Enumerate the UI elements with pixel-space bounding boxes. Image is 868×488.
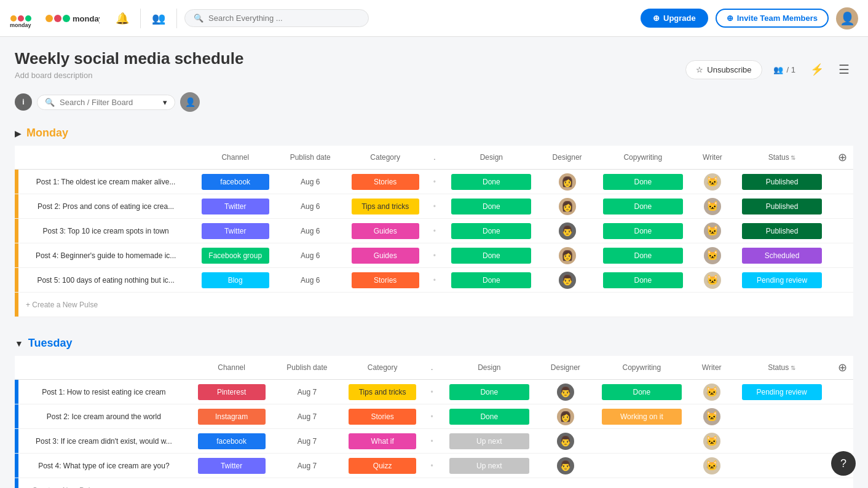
channel-chip[interactable]: facebook [202, 174, 269, 190]
design-cell[interactable]: Up next [439, 454, 539, 478]
category-cell[interactable]: Stories [340, 404, 425, 429]
publish-date-cell[interactable]: Aug 6 [277, 194, 343, 219]
copywriting-cell[interactable]: Working on it [591, 404, 692, 429]
status-cell[interactable]: Pending review [732, 380, 832, 404]
copywriting-cell[interactable]: Done [593, 268, 693, 293]
category-chip[interactable]: What if [349, 433, 416, 449]
channel-chip[interactable]: Blog [202, 272, 269, 288]
category-chip[interactable]: Tips and tricks [352, 199, 419, 214]
status-chip[interactable]: Pending review [742, 384, 822, 400]
category-chip[interactable]: Stories [352, 272, 419, 288]
add-column-icon[interactable]: ⊕ [838, 361, 847, 374]
design-cell[interactable]: Done [441, 170, 541, 194]
channel-cell[interactable]: Twitter [193, 194, 277, 219]
brand-logo[interactable]: monday [44, 9, 100, 28]
status-cell[interactable]: Scheduled [732, 243, 832, 268]
channel-chip[interactable]: Pinterest [198, 384, 266, 400]
info-button[interactable]: i [15, 93, 32, 111]
copywriting-cell[interactable]: Done [593, 170, 693, 194]
category-cell[interactable]: Guides [343, 243, 427, 268]
design-status-chip[interactable]: Done [449, 409, 529, 425]
channel-cell[interactable]: Facebook group [193, 243, 277, 268]
members-button[interactable]: 👥 / 1 [770, 61, 799, 78]
design-status-chip[interactable]: Up next [449, 458, 529, 474]
design-cell[interactable]: Done [439, 404, 539, 429]
status-chip[interactable]: Scheduled [742, 248, 822, 264]
category-chip[interactable]: Guides [352, 223, 419, 239]
publish-date-cell[interactable]: Aug 7 [274, 404, 341, 429]
status-sort-icon[interactable]: ⇅ [789, 154, 796, 161]
global-search-bar[interactable]: 🔍 [184, 9, 369, 27]
category-cell[interactable]: Guides [343, 219, 427, 243]
category-cell[interactable]: Stories [343, 170, 427, 194]
post-title[interactable]: Post 4: Beginner's guide to homemade ic.… [18, 243, 193, 268]
channel-chip[interactable]: Twitter [198, 458, 266, 474]
category-chip[interactable]: Guides [352, 248, 419, 264]
team-button[interactable]: 👥 [148, 8, 169, 29]
channel-cell[interactable]: Blog [193, 268, 277, 293]
status-cell[interactable] [732, 404, 832, 429]
status-chip[interactable]: Pending review [742, 272, 822, 288]
category-chip[interactable]: Stories [352, 174, 419, 190]
add-column-icon[interactable]: ⊕ [838, 151, 847, 163]
category-cell[interactable]: Tips and tricks [343, 194, 427, 219]
design-cell[interactable]: Done [441, 268, 541, 293]
status-cell[interactable]: Published [732, 170, 832, 194]
post-title[interactable]: Post 5: 100 days of eating nothing but i… [18, 268, 193, 293]
publish-date-cell[interactable]: Aug 7 [274, 454, 341, 478]
status-chip[interactable]: Published [742, 199, 822, 214]
category-chip[interactable]: Tips and tricks [349, 384, 416, 400]
design-status-chip[interactable]: Done [451, 223, 531, 239]
status-cell[interactable]: Published [732, 219, 832, 243]
design-cell[interactable]: Done [441, 194, 541, 219]
copywriting-cell[interactable]: Done [591, 380, 692, 404]
design-status-chip[interactable]: Done [449, 384, 529, 400]
channel-cell[interactable]: Twitter [189, 454, 274, 478]
design-status-chip[interactable]: Done [451, 174, 531, 190]
channel-cell[interactable]: Instagram [189, 404, 274, 429]
group-toggle-monday[interactable]: ▶ [15, 128, 22, 138]
channel-cell[interactable]: facebook [189, 429, 274, 454]
board-menu-button[interactable]: ☰ [835, 58, 853, 81]
post-title[interactable]: Post 3: Top 10 ice cream spots in town [18, 219, 193, 243]
copywriting-cell[interactable]: Done [593, 243, 693, 268]
design-cell[interactable]: Done [441, 219, 541, 243]
group-title-monday[interactable]: Monday [26, 127, 68, 140]
post-title[interactable]: Post 1: How to resist eating ice cream [18, 380, 189, 404]
status-cell[interactable] [732, 429, 832, 454]
post-title[interactable]: Post 2: Pros and cons of eating ice crea… [18, 194, 193, 219]
create-pulse-cell[interactable]: + Create a New Pulse [18, 293, 853, 317]
filter-dropdown-icon[interactable]: ▾ [163, 98, 167, 107]
add-column-header[interactable]: ⊕ [832, 146, 853, 170]
publish-date-cell[interactable]: Aug 6 [277, 268, 343, 293]
design-status-chip[interactable]: Done [451, 272, 531, 288]
design-status-chip[interactable]: Done [451, 248, 531, 264]
help-button[interactable]: ? [831, 451, 856, 476]
design-cell[interactable]: Done [439, 380, 539, 404]
status-cell[interactable] [732, 454, 832, 478]
status-sort-icon[interactable]: ⇅ [789, 364, 795, 371]
copywriting-cell[interactable]: Done [593, 219, 693, 243]
copywriting-status-chip[interactable]: Done [603, 248, 683, 264]
publish-date-cell[interactable]: Aug 6 [277, 219, 343, 243]
publish-date-cell[interactable]: Aug 7 [274, 380, 341, 404]
copywriting-cell[interactable] [591, 429, 692, 454]
logo[interactable]: monday [10, 7, 32, 30]
category-chip[interactable]: Quizz [349, 458, 416, 474]
create-pulse-cell[interactable]: + Create a New Pulse [18, 478, 853, 489]
design-cell[interactable]: Up next [439, 429, 539, 454]
publish-date-cell[interactable]: Aug 6 [277, 170, 343, 194]
status-chip[interactable]: Published [742, 174, 822, 190]
invite-team-button[interactable]: ⊕ Invite Team Members [716, 9, 829, 28]
person-filter-button[interactable]: 👤 [180, 92, 200, 112]
post-title[interactable]: Post 3: If ice cream didn't exist, would… [18, 429, 189, 454]
channel-cell[interactable]: Twitter [193, 219, 277, 243]
post-title[interactable]: Post 2: Ice cream around the world [18, 404, 189, 429]
copywriting-cell[interactable]: Done [593, 194, 693, 219]
copywriting-status-chip[interactable]: Done [603, 174, 683, 190]
design-cell[interactable]: Done [441, 243, 541, 268]
filter-input[interactable] [60, 98, 158, 107]
activity-button[interactable]: ⚡ [807, 59, 827, 80]
copywriting-cell[interactable] [591, 454, 692, 478]
copywriting-status-chip[interactable]: Done [603, 223, 683, 239]
